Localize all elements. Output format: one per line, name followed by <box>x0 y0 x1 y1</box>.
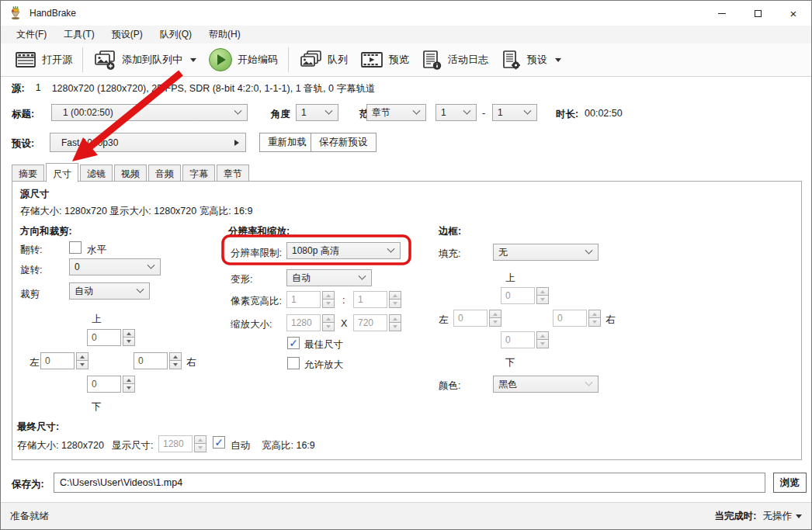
scale-width-value: 1280 <box>286 314 321 331</box>
crop-mode-select[interactable]: 自动 <box>69 282 150 300</box>
spin-down-button[interactable] <box>123 384 135 393</box>
minimize-button[interactable] <box>704 1 740 26</box>
window-title: HandBrake <box>29 8 76 19</box>
pad-color-value: 黑色 <box>498 378 586 391</box>
maximize-button[interactable] <box>740 1 776 26</box>
save-new-preset-button[interactable]: 保存新预设 <box>311 133 377 152</box>
chevron-down-icon <box>413 106 421 114</box>
crop-bottom-value[interactable]: 0 <box>87 376 121 393</box>
tab-audio[interactable]: 音频 <box>148 165 181 182</box>
menu-help[interactable]: 帮助(H) <box>201 26 248 43</box>
optimal-size-checkbox[interactable]: ✓ <box>287 337 300 349</box>
spin-up-button <box>389 314 401 323</box>
spin-down-button[interactable] <box>169 361 182 369</box>
resolution-limit-value: 1080p 高清 <box>292 244 388 258</box>
open-source-button[interactable]: 打开源 <box>9 45 78 74</box>
par-label: 像素宽高比: <box>231 295 282 308</box>
source-label: 源: <box>12 82 25 95</box>
save-path-input[interactable] <box>54 473 765 493</box>
display-size-label: 显示尺寸: <box>112 439 153 452</box>
close-button[interactable]: × <box>776 1 811 26</box>
close-icon: × <box>790 8 797 19</box>
final-storage-size: 存储大小: 1280x720 <box>17 439 104 452</box>
auto-label: 自动 <box>231 439 250 452</box>
menu-file[interactable]: 文件(F) <box>9 26 54 43</box>
spin-up-button[interactable] <box>76 352 88 361</box>
auto-display-checkbox[interactable]: ✓ <box>213 436 225 449</box>
angle-select[interactable]: 1 <box>296 104 338 121</box>
preview-label: 预览 <box>389 53 409 67</box>
tab-dimensions[interactable]: 尺寸 <box>46 163 78 182</box>
add-to-queue-icon <box>93 50 116 71</box>
crop-bottom-spinner[interactable]: 0 <box>87 376 135 393</box>
title-select-value: 1 (00:02:50) <box>57 107 235 118</box>
presets-label: 预设 <box>527 53 547 67</box>
crop-right-spinner[interactable]: 0 <box>134 352 182 369</box>
start-encode-button[interactable]: 开始编码 <box>203 45 284 74</box>
pad-bottom-label: 下 <box>505 356 515 369</box>
source-size-header: 源尺寸 <box>20 188 50 201</box>
status-text: 准备就绪 <box>10 510 49 523</box>
menu-presets[interactable]: 预设(P) <box>104 26 151 43</box>
flip-horizontal-checkbox[interactable] <box>69 241 82 254</box>
flip-label: 翻转: <box>20 244 42 257</box>
tab-subtitles[interactable]: 字幕 <box>182 165 215 182</box>
rotate-label: 旋转: <box>20 264 42 277</box>
tab-summary[interactable]: 摘要 <box>12 165 44 182</box>
pad-left-spinner: 0 <box>453 310 501 327</box>
toolbar-separator <box>288 47 289 72</box>
preview-button[interactable]: 预览 <box>354 45 415 74</box>
when-done-dropdown[interactable]: 无操作 <box>763 510 803 523</box>
spin-up-button[interactable] <box>123 376 135 384</box>
presets-button[interactable]: 预设 <box>494 45 567 74</box>
rotate-select[interactable]: 0 <box>69 258 161 275</box>
title-select[interactable]: 1 (00:02:50) <box>51 104 248 121</box>
resolution-limit-select[interactable]: 1080p 高清 <box>286 242 401 259</box>
add-to-queue-button[interactable]: 添加到队列中 <box>87 45 203 74</box>
allow-upscale-checkbox[interactable] <box>287 357 300 369</box>
preview-icon <box>360 50 383 70</box>
anamorphic-select[interactable]: 自动 <box>286 269 372 286</box>
tab-chapters[interactable]: 章节 <box>217 165 249 182</box>
reload-preset-button[interactable]: 重新加载 <box>259 133 315 152</box>
crop-left-value[interactable]: 0 <box>40 352 75 369</box>
spin-down-button[interactable] <box>76 361 88 369</box>
menu-tools[interactable]: 工具(T) <box>56 26 102 43</box>
spin-down-button <box>322 300 335 308</box>
crop-top-label: 上 <box>92 313 102 326</box>
queue-button[interactable]: 队列 <box>293 45 354 74</box>
browse-button[interactable]: 浏览 <box>773 473 807 493</box>
anamorphic-value: 自动 <box>292 272 359 285</box>
range-to-value: 1 <box>498 107 525 118</box>
handbrake-window: HandBrake × 文件(F) 工具(T) 预设(P) 队列(Q) 帮助(H… <box>0 0 812 530</box>
menu-queue[interactable]: 队列(Q) <box>152 26 200 43</box>
range-type-value: 章节 <box>372 106 414 120</box>
tab-filters[interactable]: 滤镜 <box>80 165 113 182</box>
spin-down-button <box>194 444 206 452</box>
spin-down-button[interactable] <box>123 338 135 346</box>
preset-label: 预设: <box>12 137 34 151</box>
presets-gear-icon <box>501 50 522 71</box>
fill-select[interactable]: 无 <box>493 244 599 261</box>
activity-log-button[interactable]: 活动日志 <box>415 45 494 74</box>
crop-top-spinner[interactable]: 0 <box>87 329 135 346</box>
chevron-down-icon <box>524 106 532 114</box>
spin-up-button[interactable] <box>169 352 182 361</box>
spin-up-button[interactable] <box>123 329 135 338</box>
when-done-value: 无操作 <box>763 510 793 523</box>
pad-top-spinner: 0 <box>501 287 549 304</box>
range-from-select[interactable]: 1 <box>435 104 477 121</box>
crop-top-value[interactable]: 0 <box>87 329 121 346</box>
range-type-select[interactable]: 章节 <box>366 104 426 121</box>
preset-select-value: Fast 1080p30 <box>55 137 234 148</box>
par-height-spinner: 1 <box>353 291 401 308</box>
preset-select[interactable]: Fast 1080p30 <box>50 133 246 152</box>
range-to-select[interactable]: 1 <box>492 104 537 121</box>
tab-video[interactable]: 视频 <box>114 165 147 182</box>
par-width-spinner: 1 <box>286 291 335 308</box>
source-size-info: 存储大小: 1280x720 显示大小: 1280x720 宽高比: 16:9 <box>20 205 252 218</box>
crop-left-spinner[interactable]: 0 <box>40 352 88 369</box>
spin-down-button <box>389 300 401 308</box>
crop-right-value[interactable]: 0 <box>134 352 168 369</box>
open-source-label: 打开源 <box>42 53 72 67</box>
